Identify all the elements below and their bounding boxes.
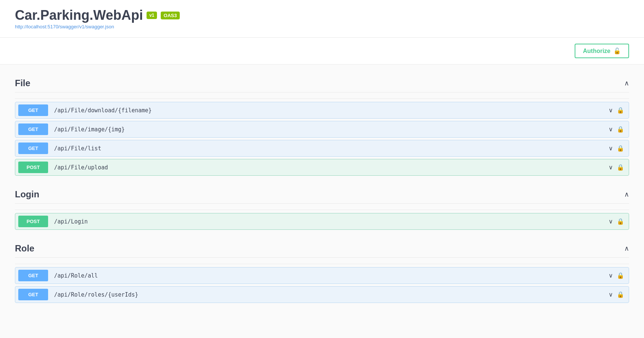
section-divider-login [15,210,629,210]
lock-icon: 🔓 [613,47,621,54]
section-chevron-login: ∧ [624,190,629,198]
method-badge: GET [18,123,48,135]
endpoint-list-role: GET/api/Role/all∨🔒GET/api/Role/roles/{us… [15,267,629,303]
endpoint-row[interactable]: GET/api/Role/all∨🔒 [15,267,629,284]
section-divider-role [15,264,629,264]
toolbar: Authorize 🔓 [0,38,644,65]
method-badge: GET [18,270,48,281]
section-header-role[interactable]: Role∧ [15,237,629,258]
endpoint-row[interactable]: GET/api/File/image/{img}∨🔒 [15,121,629,138]
main-content: File∧GET/api/File/download/{filename}∨🔒G… [0,72,644,318]
section-chevron-role: ∧ [624,244,629,253]
section-header-login[interactable]: Login∧ [15,183,629,204]
authorize-button[interactable]: Authorize 🔓 [575,44,629,58]
endpoint-right-controls: ∨🔒 [609,145,629,152]
endpoint-lock-icon: 🔒 [617,291,624,298]
method-badge: GET [18,104,48,116]
method-badge: GET [18,143,48,154]
endpoint-right-controls: ∨🔒 [609,107,629,114]
endpoint-lock-icon: 🔒 [617,164,624,171]
endpoint-expand-icon: ∨ [609,164,613,171]
endpoint-path: /api/Role/all [51,268,609,284]
authorize-label: Authorize [583,48,610,54]
endpoint-expand-icon: ∨ [609,218,613,225]
endpoint-expand-icon: ∨ [609,107,613,114]
section-file: File∧GET/api/File/download/{filename}∨🔒G… [15,72,629,176]
endpoint-path: /api/Role/roles/{userIds} [51,287,609,303]
app-title: Car.Parking.WebApi [15,7,143,23]
endpoint-row[interactable]: POST/api/File/upload∨🔒 [15,159,629,176]
section-divider-file [15,98,629,99]
endpoint-lock-icon: 🔒 [617,126,624,133]
endpoint-list-file: GET/api/File/download/{filename}∨🔒GET/ap… [15,102,629,176]
endpoint-lock-icon: 🔒 [617,218,624,225]
endpoint-path: /api/File/image/{img} [51,122,609,137]
endpoint-row[interactable]: GET/api/Role/roles/{userIds}∨🔒 [15,286,629,303]
oas3-badge: OAS3 [161,12,180,19]
method-badge: POST [18,162,48,173]
endpoint-right-controls: ∨🔒 [609,164,629,171]
endpoint-list-login: POST/api/Login∨🔒 [15,213,629,230]
endpoint-right-controls: ∨🔒 [609,218,629,225]
section-title-login: Login [15,189,39,200]
endpoint-lock-icon: 🔒 [617,107,624,114]
endpoint-right-controls: ∨🔒 [609,126,629,133]
swagger-url-link[interactable]: http://localhost:5170/swagger/v1/swagger… [15,24,114,29]
method-badge: GET [18,289,48,300]
endpoint-expand-icon: ∨ [609,291,613,298]
header-title-row: Car.Parking.WebApi v1 OAS3 [15,7,629,23]
endpoint-lock-icon: 🔒 [617,272,624,279]
endpoint-path: /api/File/upload [51,160,609,175]
endpoint-path: /api/File/list [51,141,609,156]
endpoint-right-controls: ∨🔒 [609,272,629,279]
endpoint-expand-icon: ∨ [609,272,613,279]
endpoint-row[interactable]: POST/api/Login∨🔒 [15,213,629,230]
section-chevron-file: ∧ [624,79,629,87]
section-title-file: File [15,78,30,88]
endpoint-path: /api/File/download/{filename} [51,103,609,118]
page-header: Car.Parking.WebApi v1 OAS3 http://localh… [0,0,644,38]
v1-badge: v1 [147,12,157,19]
section-title-role: Role [15,243,34,254]
endpoint-right-controls: ∨🔒 [609,291,629,298]
endpoint-expand-icon: ∨ [609,145,613,152]
endpoint-lock-icon: 🔒 [617,145,624,152]
endpoint-row[interactable]: GET/api/File/list∨🔒 [15,140,629,157]
section-header-file[interactable]: File∧ [15,72,629,93]
endpoint-row[interactable]: GET/api/File/download/{filename}∨🔒 [15,102,629,119]
section-role: Role∧GET/api/Role/all∨🔒GET/api/Role/role… [15,237,629,303]
section-login: Login∧POST/api/Login∨🔒 [15,183,629,230]
method-badge: POST [18,216,48,227]
endpoint-expand-icon: ∨ [609,126,613,133]
endpoint-path: /api/Login [51,214,609,229]
